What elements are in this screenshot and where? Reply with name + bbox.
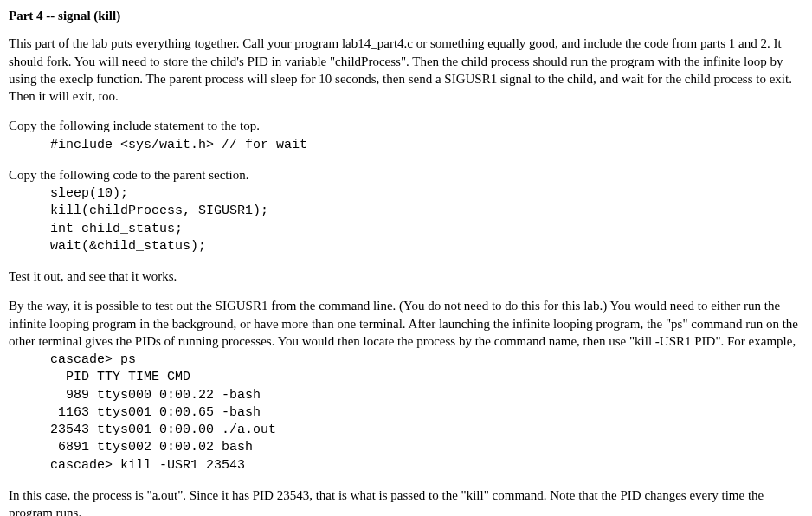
sigusr1-explanation: By the way, it is possible to test out t… (9, 297, 803, 350)
closing-paragraph: In this case, the process is "a.out". Si… (9, 487, 803, 516)
parent-code: sleep(10); kill(childProcess, SIGUSR1); … (50, 185, 803, 255)
test-instruction: Test it out, and see that it works. (9, 268, 803, 285)
include-code: #include <sys/wait.h> // for wait (50, 137, 803, 154)
intro-paragraph: This part of the lab puts everything tog… (9, 35, 803, 105)
include-instruction: Copy the following include statement to … (9, 117, 803, 134)
parent-instruction: Copy the following code to the parent se… (9, 166, 803, 184)
ps-example-code: cascade> ps PID TTY TIME CMD 989 ttys000… (50, 352, 803, 474)
part-heading: Part 4 -- signal (kill) (9, 7, 803, 24)
